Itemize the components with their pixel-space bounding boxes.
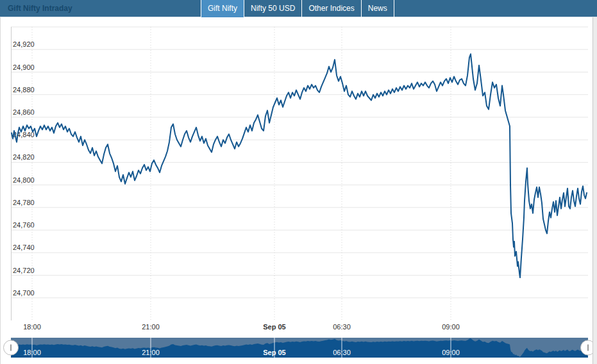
- y-axis-label: 24,920: [13, 40, 35, 48]
- navigator-label: 21:00: [142, 349, 160, 356]
- y-axis-label: 24,740: [13, 244, 35, 251]
- navigator-label: 09:00: [442, 349, 460, 356]
- x-axis-label: 06:30: [333, 323, 351, 331]
- y-axis-label: 24,880: [13, 86, 35, 94]
- scrollbar-track[interactable]: [593, 17, 597, 364]
- x-axis-label: 21:00: [142, 323, 160, 331]
- handle-grip: [587, 345, 589, 351]
- handle-grip: [10, 345, 12, 351]
- navigator-label: 18:00: [23, 349, 41, 356]
- y-axis-label: 24,860: [13, 108, 35, 116]
- intraday-price-chart[interactable]: 24,92024,90024,88024,86024,84024,82024,8…: [0, 0, 597, 364]
- y-axis-label: 24,780: [13, 199, 35, 206]
- tab-news[interactable]: News: [361, 0, 394, 17]
- tab-bar: Gift Nifty Nifty 50 USD Other Indices Ne…: [201, 0, 394, 17]
- tab-gift-nifty[interactable]: Gift Nifty: [201, 0, 244, 17]
- x-axis-label: 09:00: [442, 323, 460, 331]
- y-axis-label: 24,800: [13, 176, 35, 184]
- y-axis-label: 24,700: [13, 289, 35, 297]
- price-line: [12, 54, 587, 277]
- tab-other-indices[interactable]: Other Indices: [301, 0, 360, 17]
- y-axis-label: 24,760: [13, 221, 35, 229]
- y-axis-label: 24,900: [13, 63, 35, 71]
- navigator-handle-left[interactable]: [4, 340, 19, 355]
- x-axis-label: Sep 05: [263, 323, 285, 331]
- y-axis-label: 24,820: [13, 153, 35, 161]
- widget-header: Gift Nifty Intraday Gift Nifty Nifty 50 …: [0, 0, 597, 17]
- y-axis-label: 24,720: [13, 267, 35, 274]
- navigator-label: 06:30: [333, 349, 351, 356]
- widget-title: Gift Nifty Intraday: [8, 0, 72, 17]
- navigator-label: Sep 05: [263, 349, 285, 356]
- x-axis-label: 18:00: [23, 323, 41, 331]
- tab-nifty-50-usd[interactable]: Nifty 50 USD: [244, 0, 301, 17]
- navigator[interactable]: 18:0021:00Sep 0506:3009:00: [4, 338, 596, 358]
